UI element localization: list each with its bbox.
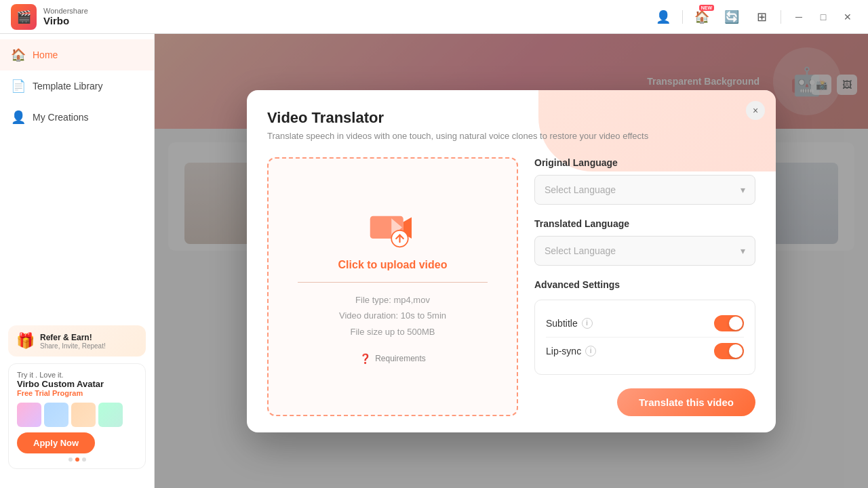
translated-language-placeholder: Select Language	[545, 245, 616, 256]
upload-meta: File type: mp4,mov Video duration: 10s t…	[339, 292, 446, 340]
modal-title: Video Translator	[267, 109, 755, 127]
sidebar-item-creations-label: My Creations	[33, 112, 88, 123]
apply-now-button[interactable]: Apply Now	[17, 432, 95, 453]
creations-sidebar-icon: 👤	[11, 110, 26, 125]
app-logo: 🎬 Wondershare Virbo	[11, 4, 88, 30]
video-upload-icon	[369, 209, 416, 249]
upload-duration: Video duration: 10s to 5min	[339, 308, 446, 323]
content-area: Transparent Background 🤖 📸 🖼	[155, 34, 868, 488]
maximize-button[interactable]: □	[814, 7, 833, 26]
subtitle-info-icon[interactable]: i	[582, 318, 593, 329]
subtitle-label: Subtitle i	[546, 318, 593, 329]
original-language-arrow: ▾	[741, 184, 745, 195]
trial-card: Try it . Love it. Virbo Custom Avatar Fr…	[8, 363, 146, 469]
history-icon[interactable]: 🔄	[721, 6, 743, 28]
top-bar: 🎬 Wondershare Virbo 👤 🏠 NEW 🔄 ⊞ ─ □ ✕	[0, 0, 868, 34]
sidebar-item-template-label: Template Library	[33, 81, 103, 92]
dot-3	[82, 458, 86, 462]
app-logo-text: Wondershare Virbo	[43, 7, 88, 26]
trial-try-label: Try it . Love it.	[17, 371, 137, 379]
modal-subtitle: Translate speech in videos with one touc…	[267, 131, 755, 141]
modal-body: Click to upload video File type: mp4,mov…	[267, 157, 755, 416]
user-icon[interactable]: 👤	[652, 6, 674, 28]
app-name: Virbo	[43, 15, 88, 26]
video-translator-modal: × Video Translator Translate speech in v…	[247, 90, 776, 432]
refer-title: Refer & Earn!	[40, 333, 106, 342]
lipsync-toggle[interactable]	[714, 343, 744, 359]
sidebar-bottom: 🎁 Refer & Earn! Share, Invite, Repeat! T…	[0, 317, 154, 483]
separator	[682, 10, 683, 24]
right-panel: Original Language Select Language ▾ Tran…	[534, 157, 755, 416]
lipsync-text: Lip-sync	[546, 346, 581, 357]
grid-icon[interactable]: ⊞	[751, 6, 772, 28]
minimize-button[interactable]: ─	[789, 7, 808, 26]
requirements-link[interactable]: ❓ Requirements	[359, 353, 426, 364]
trial-img-3	[71, 403, 96, 427]
upload-area[interactable]: Click to upload video File type: mp4,mov…	[267, 157, 518, 416]
upload-divider	[298, 282, 488, 283]
app-logo-icon: 🎬	[11, 4, 37, 30]
sidebar-item-template-library[interactable]: 📄 Template Library	[0, 70, 154, 102]
new-badge: NEW	[699, 5, 714, 11]
sidebar: 🏠 Home 📄 Template Library 👤 My Creations…	[0, 34, 155, 488]
lipsync-setting-row: Lip-sync i	[546, 337, 744, 365]
trial-brand: Virbo Custom Avatar	[17, 379, 137, 389]
dot-1	[68, 458, 73, 462]
original-language-placeholder: Select Language	[545, 184, 616, 195]
sidebar-item-my-creations[interactable]: 👤 My Creations	[0, 102, 154, 133]
trial-img-2	[44, 403, 68, 427]
trial-img-1	[17, 403, 41, 427]
translate-btn-row: Translate this video	[534, 388, 755, 416]
trial-program: Free Trial Program	[17, 389, 137, 397]
upload-text: Click to upload video	[338, 259, 448, 271]
trial-img-4	[98, 403, 123, 427]
refer-icon: 🎁	[16, 332, 35, 350]
subtitle-text: Subtitle	[546, 318, 578, 329]
modal-close-button[interactable]: ×	[746, 101, 765, 120]
requirements-label: Requirements	[375, 354, 426, 363]
translated-language-label: Translated Language	[534, 218, 755, 229]
app-brand: Wondershare	[43, 7, 88, 15]
subtitle-setting-row: Subtitle i	[546, 310, 744, 337]
separator2	[781, 10, 781, 24]
subtitle-toggle[interactable]	[714, 315, 744, 331]
advanced-settings-card: Subtitle i	[534, 300, 755, 375]
app-window: 🎬 Wondershare Virbo 👤 🏠 NEW 🔄 ⊞ ─ □ ✕	[0, 0, 868, 488]
modal-content: × Video Translator Translate speech in v…	[247, 90, 776, 432]
original-language-label: Original Language	[534, 157, 755, 168]
close-button[interactable]: ✕	[838, 7, 857, 26]
template-sidebar-icon: 📄	[11, 79, 26, 94]
upload-file-type: File type: mp4,mov	[339, 292, 446, 308]
modal-overlay: × Video Translator Translate speech in v…	[155, 34, 868, 488]
trial-images	[17, 403, 137, 427]
window-controls: ─ □ ✕	[789, 7, 857, 26]
refer-card[interactable]: 🎁 Refer & Earn! Share, Invite, Repeat!	[8, 325, 146, 357]
top-bar-right: 👤 🏠 NEW 🔄 ⊞ ─ □ ✕	[652, 6, 857, 28]
advanced-settings-label: Advanced Settings	[534, 279, 755, 290]
translated-language-arrow: ▾	[741, 245, 745, 256]
translate-button[interactable]: Translate this video	[617, 388, 755, 416]
sidebar-item-home-label: Home	[33, 49, 58, 60]
home-icon[interactable]: 🏠 NEW	[691, 6, 713, 28]
home-sidebar-icon: 🏠	[11, 47, 26, 62]
main-layout: 🏠 Home 📄 Template Library 👤 My Creations…	[0, 34, 868, 488]
lipsync-info-icon[interactable]: i	[585, 346, 596, 357]
lipsync-label: Lip-sync i	[546, 346, 596, 357]
refer-subtitle: Share, Invite, Repeat!	[40, 342, 106, 350]
sidebar-item-home[interactable]: 🏠 Home	[0, 39, 154, 70]
carousel-dots	[17, 458, 137, 462]
original-language-dropdown[interactable]: Select Language ▾	[534, 175, 755, 205]
requirements-icon: ❓	[359, 353, 371, 364]
dot-2	[75, 458, 79, 462]
translated-language-dropdown[interactable]: Select Language ▾	[534, 236, 755, 266]
upload-size: File size up to 500MB	[339, 324, 446, 340]
